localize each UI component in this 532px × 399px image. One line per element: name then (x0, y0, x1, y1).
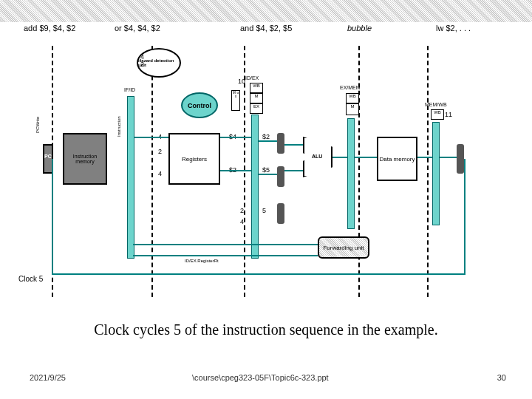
control-oval: Control (181, 92, 218, 118)
footer-date: 2021/9/25 (30, 373, 66, 382)
slide-caption: Clock cycles 5 of the instruction sequen… (0, 321, 532, 338)
footer-path: \course\cpeg323-05F\Topic6c-323.ppt (192, 373, 329, 382)
forwarding-unit: Forwarding unit (318, 236, 369, 259)
bus-bottom (52, 273, 466, 275)
dash-5 (427, 46, 429, 297)
regport-rd: 4 (158, 170, 162, 177)
wire-pc-loop (52, 159, 53, 273)
alu-b-val: $5 (262, 166, 270, 174)
exmem-m-box: M (346, 103, 359, 115)
alu-input-mux-a (277, 133, 284, 154)
id-ex-label: ID/EX (245, 75, 259, 81)
dash-2 (151, 46, 153, 297)
rd-2: 2 (240, 207, 244, 214)
stage1-label: add $9, $4, $2 (24, 24, 75, 33)
hazard-rt: 2 (140, 61, 144, 68)
wire-reg-idex-b (220, 170, 251, 171)
wire-if-reg (134, 137, 168, 138)
mem-wb-label: MEM/WB (425, 102, 447, 107)
idex-wb-box: WB (250, 83, 263, 93)
stage5-label: lw $2, . . . (436, 24, 471, 33)
footer-page: 30 (497, 373, 506, 382)
regport-rt: 2 (158, 148, 162, 155)
idex-regrt-label: ID/EX.RegisterRt (185, 259, 219, 263)
alu-label: ALU (312, 154, 322, 159)
mem-wb-register (432, 122, 440, 225)
registers-block: Registers (168, 133, 220, 185)
rd-4: 4 (240, 218, 244, 225)
dash-4 (358, 46, 360, 297)
wire-rt-fwd (133, 244, 318, 245)
wire-alu-out (332, 157, 347, 158)
wire-alu-b (284, 170, 303, 171)
ex-mem-label: EX/MEM (340, 85, 361, 90)
instruction-label: Instruction (117, 116, 121, 137)
wire-dmem-out (417, 157, 432, 158)
clock-label: Clock 5 (18, 275, 43, 283)
control-mux: M u x (231, 90, 240, 111)
memwb-wb-box: WB (431, 109, 444, 120)
wire-to-wbmux (440, 157, 457, 158)
id-ex-register (251, 115, 259, 259)
stage3-label: and $4, $2, $5 (240, 24, 292, 33)
idex-m-box: M (250, 93, 263, 103)
slide-top-bar (0, 0, 532, 22)
imem-label: Instruction memory (64, 154, 106, 164)
instruction-memory: Instruction memory (63, 133, 107, 185)
pcwrite-label: PCWrite (35, 117, 40, 133)
eleven-label: 11 (445, 111, 452, 118)
ten-label: 10 (238, 78, 245, 85)
wb-mux (457, 144, 464, 174)
wire-alu-a (284, 144, 303, 146)
stage4-label: bubble (347, 24, 372, 33)
ex-mem-register (347, 118, 355, 229)
exmem-wb-box: WB (346, 93, 359, 103)
alu-a-val: $2 (262, 133, 270, 140)
wire-wb-down (464, 159, 466, 273)
wire-to-dmem (355, 157, 377, 158)
if-id-label: IF/ID (124, 87, 135, 92)
wire-reg-idex-a (220, 137, 251, 138)
stage2-label: or $4, $4, $2 (115, 24, 160, 33)
idex-ex-box: EX (250, 103, 263, 114)
if-id-register (127, 96, 134, 259)
pipeline-diagram: add $9, $4, $2 or $4, $4, $2 and $4, $2,… (22, 22, 510, 303)
wire-mux-a (259, 140, 277, 142)
reg-dst-mux (277, 203, 284, 224)
data-memory: Data memory (377, 137, 417, 181)
pc-label: PC (44, 154, 52, 159)
wire-mux-b (259, 174, 277, 175)
rd-5: 5 (262, 207, 266, 214)
wire-rd-fwd (133, 255, 318, 256)
hazard-rs: 4 (140, 53, 144, 61)
alu-input-mux-b (277, 166, 284, 187)
